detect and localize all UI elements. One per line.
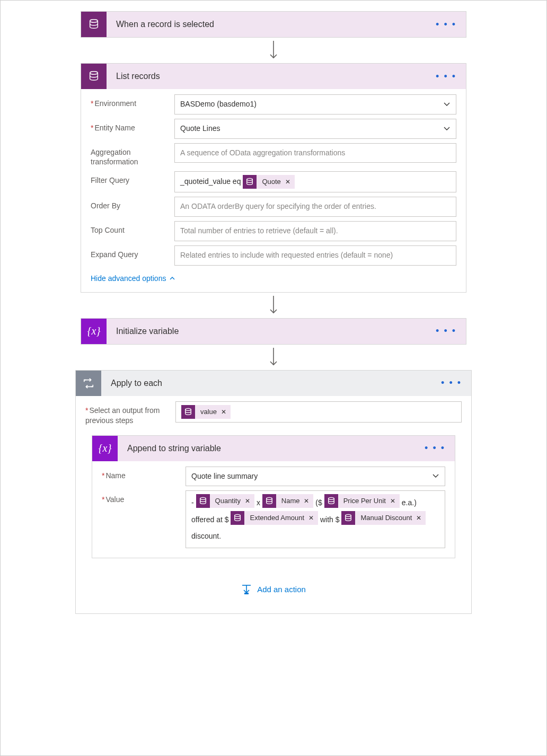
orderby-row: Order By An ODATA orderBy query for spec… xyxy=(91,197,456,217)
svg-point-13 xyxy=(346,514,351,516)
flow-arrow-icon xyxy=(268,295,279,316)
list-records-title: List records xyxy=(107,72,436,81)
append-value-input[interactable]: - Quantity✕ x Name✕ ($ Price Per Unit✕ e… xyxy=(186,490,445,548)
entity-value: Quote Lines xyxy=(180,122,220,135)
filter-input[interactable]: _quoteid_value eq Quote ✕ xyxy=(174,171,456,192)
chevron-up-icon xyxy=(169,276,175,280)
trigger-title: When a record is selected xyxy=(107,20,436,29)
token-label: Manual Discount xyxy=(355,511,416,526)
hide-advanced-label: Hide advanced options xyxy=(91,274,166,283)
append-name-select[interactable]: Quote line summary xyxy=(186,467,445,487)
orderby-input[interactable]: An ODATA orderBy query for specifying th… xyxy=(174,197,456,217)
filter-row: Filter Query _quoteid_value eq Quote ✕ xyxy=(91,171,456,192)
more-icon[interactable]: • • • xyxy=(436,71,466,82)
trigger-header[interactable]: When a record is selected • • • xyxy=(81,12,466,37)
append-name-label: Name xyxy=(102,467,186,481)
remove-token-icon[interactable]: ✕ xyxy=(285,177,295,187)
select-output-label: Select an output from previous steps xyxy=(85,401,175,426)
variable-icon: {x} xyxy=(81,319,107,344)
svg-point-0 xyxy=(90,20,98,23)
price-per-unit-token[interactable]: Price Per Unit✕ xyxy=(324,494,400,508)
database-icon xyxy=(81,12,107,37)
svg-point-11 xyxy=(328,498,334,500)
append-name-value: Quote line summary xyxy=(191,470,258,483)
select-output-input[interactable]: value ✕ xyxy=(175,401,462,423)
expand-label: Expand Query xyxy=(91,245,174,260)
orderby-label: Order By xyxy=(91,197,174,211)
filter-prefix: _quoteid_value eq xyxy=(180,175,241,188)
list-records-body: Environment BASDemo (basdemo1) Entity Na… xyxy=(81,89,466,292)
svg-point-2 xyxy=(90,72,98,75)
remove-token-icon[interactable]: ✕ xyxy=(245,494,254,508)
add-action-label: Add an action xyxy=(257,585,306,594)
environment-label: Environment xyxy=(91,94,174,109)
token-label: Price Per Unit xyxy=(338,494,390,509)
database-icon xyxy=(262,494,276,508)
loop-icon xyxy=(76,371,101,396)
environment-select[interactable]: BASDemo (basdemo1) xyxy=(174,94,456,115)
text-ea: e.a.) xyxy=(402,498,417,507)
append-card[interactable]: {x} Append to string variable • • • Name… xyxy=(92,435,455,558)
initialize-variable-card[interactable]: {x} Initialize variable • • • xyxy=(81,318,466,345)
environment-value: BASDemo (basdemo1) xyxy=(180,98,257,111)
svg-point-10 xyxy=(266,498,272,500)
add-action-button[interactable]: Add an action xyxy=(85,558,462,611)
chevron-down-icon xyxy=(432,473,439,479)
select-output-row: Select an output from previous steps val… xyxy=(85,401,462,426)
expand-input[interactable]: Related entries to include with requeste… xyxy=(174,245,456,266)
hide-advanced-link[interactable]: Hide advanced options xyxy=(91,270,456,290)
initialize-variable-title: Initialize variable xyxy=(107,327,436,336)
token-label: Quote xyxy=(257,176,285,188)
remove-token-icon[interactable]: ✕ xyxy=(304,494,313,508)
manual-discount-token[interactable]: Manual Discount✕ xyxy=(341,511,426,525)
name-token[interactable]: Name✕ xyxy=(262,494,314,508)
more-icon[interactable]: • • • xyxy=(436,326,466,337)
flow-arrow-icon xyxy=(268,40,279,61)
aggregation-input[interactable]: A sequence of OData aggregation transfor… xyxy=(174,143,456,163)
database-icon xyxy=(231,511,244,525)
list-records-header[interactable]: List records • • • xyxy=(81,64,466,89)
more-icon[interactable]: • • • xyxy=(436,19,466,30)
variable-icon: {x} xyxy=(92,436,118,461)
quote-token[interactable]: Quote ✕ xyxy=(243,175,294,189)
remove-token-icon[interactable]: ✕ xyxy=(308,511,318,525)
remove-token-icon[interactable]: ✕ xyxy=(390,494,400,508)
quantity-token[interactable]: Quantity✕ xyxy=(196,494,254,508)
top-row: Top Count Total number of entries to ret… xyxy=(91,221,456,241)
top-input[interactable]: Total number of entries to retrieve (def… xyxy=(174,221,456,241)
svg-point-3 xyxy=(247,179,253,181)
trigger-card[interactable]: When a record is selected • • • xyxy=(81,11,466,38)
extended-amount-token[interactable]: Extended Amount✕ xyxy=(231,511,318,525)
svg-point-12 xyxy=(235,514,241,516)
top-label: Top Count xyxy=(91,221,174,235)
token-label: value xyxy=(195,406,221,418)
svg-point-9 xyxy=(200,498,206,500)
svg-point-8 xyxy=(186,408,191,410)
apply-to-each-card[interactable]: Apply to each • • • Select an output fro… xyxy=(75,370,472,614)
apply-to-each-header[interactable]: Apply to each • • • xyxy=(76,371,471,396)
entity-select[interactable]: Quote Lines xyxy=(174,119,456,139)
svg-rect-16 xyxy=(244,593,249,594)
chevron-down-icon xyxy=(443,102,451,107)
remove-token-icon[interactable]: ✕ xyxy=(221,407,231,417)
append-name-row: Name Quote line summary xyxy=(102,467,445,487)
more-icon[interactable]: • • • xyxy=(441,377,471,389)
remove-token-icon[interactable]: ✕ xyxy=(416,511,426,525)
database-icon xyxy=(243,175,257,189)
initialize-variable-header[interactable]: {x} Initialize variable • • • xyxy=(81,319,466,344)
append-title: Append to string variable xyxy=(118,444,425,453)
text-with: with $ xyxy=(320,515,340,524)
chevron-down-icon xyxy=(443,126,451,131)
list-records-card[interactable]: List records • • • Environment BASDemo (… xyxy=(81,63,466,293)
add-action-icon xyxy=(241,584,252,595)
flow-arrow-icon xyxy=(268,347,279,368)
append-header[interactable]: {x} Append to string variable • • • xyxy=(92,436,455,461)
database-icon xyxy=(324,494,338,508)
value-token[interactable]: value ✕ xyxy=(181,405,231,419)
text-dash: - xyxy=(191,498,194,507)
entity-label: Entity Name xyxy=(91,119,174,133)
more-icon[interactable]: • • • xyxy=(425,443,455,454)
filter-label: Filter Query xyxy=(91,171,174,186)
environment-row: Environment BASDemo (basdemo1) xyxy=(91,94,456,115)
token-label: Extended Amount xyxy=(244,511,308,526)
